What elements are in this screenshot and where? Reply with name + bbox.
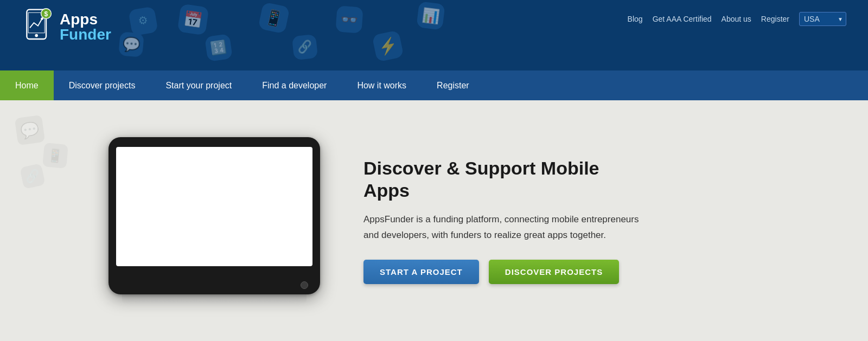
logo-apps: Apps xyxy=(60,12,111,27)
svg-text:$: $ xyxy=(44,10,48,18)
tablet-home-button xyxy=(301,281,308,289)
hero-description: AppsFunder is a funding platform, connec… xyxy=(363,212,646,243)
bg-icons: ⚙ 💬 📅 🔢 📱 🔗 👓 ⚡ 📊 xyxy=(108,0,705,70)
hero-title: Discover & Support Mobile Apps xyxy=(363,157,646,202)
logo-funder: Funder xyxy=(60,27,111,42)
tablet-reflection xyxy=(122,294,307,304)
hero-buttons: START A PROJECT DISCOVER PROJECTS xyxy=(363,260,646,284)
tablet-illustration xyxy=(108,137,320,304)
tablet-screen xyxy=(116,147,312,266)
nav-item-how-it-works[interactable]: How it works xyxy=(342,70,422,100)
nav-bar: Home Discover projects Start your projec… xyxy=(0,70,868,100)
start-project-button[interactable]: START A PROJECT xyxy=(363,260,479,284)
register-top-link[interactable]: Register xyxy=(761,15,789,23)
top-right-links: Blog Get AAA Certified About us Register… xyxy=(628,7,846,26)
hero-text-area: Discover & Support Mobile Apps AppsFunde… xyxy=(363,157,646,284)
discover-projects-button[interactable]: DISCOVER PROJECTS xyxy=(489,260,619,284)
country-selector-wrapper[interactable]: USA UK Canada Australia xyxy=(799,12,846,26)
svg-point-4 xyxy=(41,17,43,20)
nav-item-discover[interactable]: Discover projects xyxy=(54,70,151,100)
aaa-certified-link[interactable]: Get AAA Certified xyxy=(653,15,712,23)
top-bar: $ Apps Funder ⚙ 💬 📅 xyxy=(0,0,868,70)
svg-text:⚙: ⚙ xyxy=(137,14,149,28)
country-select[interactable]: USA UK Canada Australia xyxy=(799,12,846,26)
nav-item-home[interactable]: Home xyxy=(0,70,54,100)
logo[interactable]: $ Apps Funder xyxy=(22,7,111,47)
blog-link[interactable]: Blog xyxy=(628,15,643,23)
hero-content: Discover & Support Mobile Apps AppsFunde… xyxy=(108,137,760,304)
svg-point-5 xyxy=(35,34,38,37)
tablet-device xyxy=(108,137,320,294)
about-us-link[interactable]: About us xyxy=(722,15,751,23)
nav-item-find-dev[interactable]: Find a developer xyxy=(247,70,342,100)
hero-section: 💬 📱 🔗 Discover & Support Mobile Apps App… xyxy=(0,100,868,341)
nav-item-register[interactable]: Register xyxy=(422,70,484,100)
nav-item-start[interactable]: Start your project xyxy=(150,70,247,100)
logo-icon: $ xyxy=(22,7,54,47)
logo-text: Apps Funder xyxy=(60,12,111,42)
